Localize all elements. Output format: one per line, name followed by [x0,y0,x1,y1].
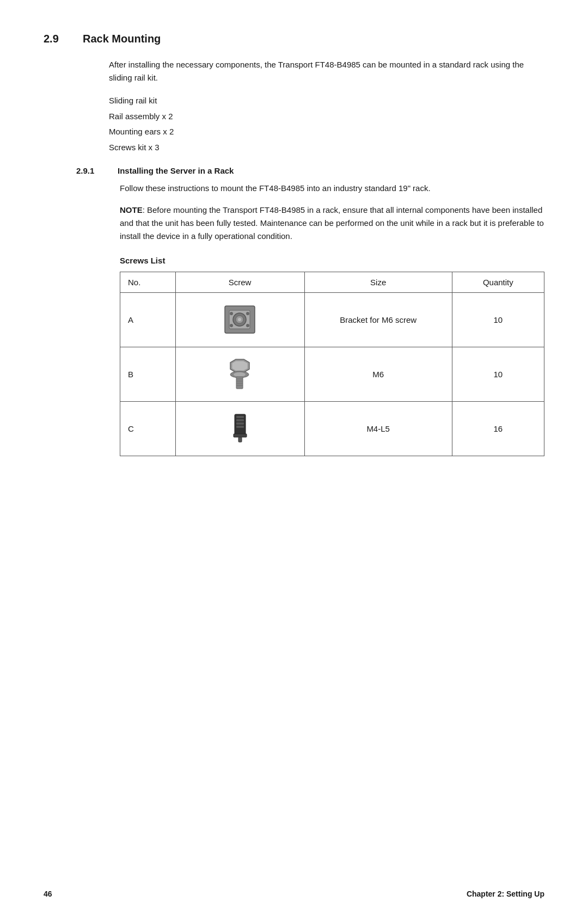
row-a-size: Bracket for M6 screw [304,293,452,347]
svg-rect-20 [236,419,244,421]
row-c-screw-image [175,402,304,456]
col-header-screw: Screw [175,272,304,293]
row-a-quantity: 10 [452,293,544,347]
subsection-heading: 2.9.1 Installing the Server in a Rack [76,166,544,175]
row-c-size: M4-L5 [304,402,452,456]
svg-point-12 [234,372,246,377]
bracket-screw-svg [219,302,260,337]
m4l5-screw-svg [232,413,248,443]
svg-point-8 [246,324,249,327]
list-item: Sliding rail kit [109,93,544,109]
svg-rect-24 [238,437,242,442]
subsection-title-text: Installing the Server in a Rack [118,166,234,175]
page-number: 46 [44,890,52,898]
col-header-no: No. [120,272,176,293]
row-a-no: A [120,293,176,347]
col-header-quantity: Quantity [452,272,544,293]
m6-bolt-svg [219,356,260,391]
table-row: A [120,293,544,347]
row-c-no: C [120,402,176,456]
svg-rect-21 [236,422,244,425]
section-title-text: Rack Mounting [83,33,161,45]
row-b-quantity: 10 [452,347,544,402]
note-text: : Before mounting the Transport FT48-B49… [120,205,544,241]
svg-point-7 [230,324,233,327]
list-item: Rail assembly x 2 [109,109,544,125]
list-item: Screws kit x 3 [109,140,544,156]
page-container: 2.9 Rack Mounting After installing the n… [0,0,588,920]
svg-rect-19 [236,416,244,418]
subsection-number: 2.9.1 [76,166,109,175]
svg-rect-23 [234,434,247,437]
screws-table: No. Screw Size Quantity A [120,272,544,456]
svg-point-6 [246,312,249,315]
row-b-no: B [120,347,176,402]
row-b-screw-image [175,347,304,402]
row-a-screw-image [175,293,304,347]
page-footer: 46 Chapter 2: Setting Up [44,890,544,898]
section-number: 2.9 [44,33,70,45]
row-b-size: M6 [304,347,452,402]
svg-rect-13 [236,377,243,389]
svg-marker-10 [232,361,248,371]
table-header-row: No. Screw Size Quantity [120,272,544,293]
row-c-quantity: 16 [452,402,544,456]
chapter-label: Chapter 2: Setting Up [467,890,544,898]
svg-rect-22 [236,426,244,428]
list-item: Mounting ears x 2 [109,124,544,140]
table-row: C [120,402,544,456]
section-heading: 2.9 Rack Mounting [44,33,544,45]
subsection-291: 2.9.1 Installing the Server in a Rack Fo… [76,166,544,456]
col-header-size: Size [304,272,452,293]
note-block: NOTE: Before mounting the Transport FT48… [120,204,544,243]
screws-table-wrapper: No. Screw Size Quantity A [120,272,544,456]
note-label: NOTE [120,205,143,214]
svg-point-5 [230,312,233,315]
kit-items-list: Sliding rail kit Rail assembly x 2 Mount… [109,93,544,155]
screws-list-label: Screws List [120,256,544,265]
svg-point-4 [238,318,241,321]
intro-paragraph: After installing the necessary component… [109,58,544,84]
subsection-body: Follow these instructions to mount the F… [120,182,544,195]
table-row: B [120,347,544,402]
